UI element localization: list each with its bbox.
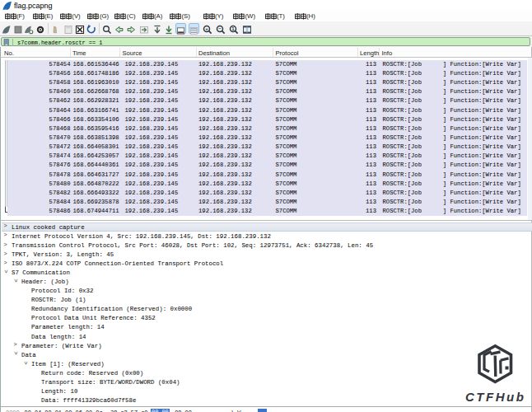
svg-text:CTFHub: CTFHub (465, 390, 525, 404)
svg-text:−: − (218, 26, 222, 31)
svg-text:+: + (205, 26, 208, 31)
